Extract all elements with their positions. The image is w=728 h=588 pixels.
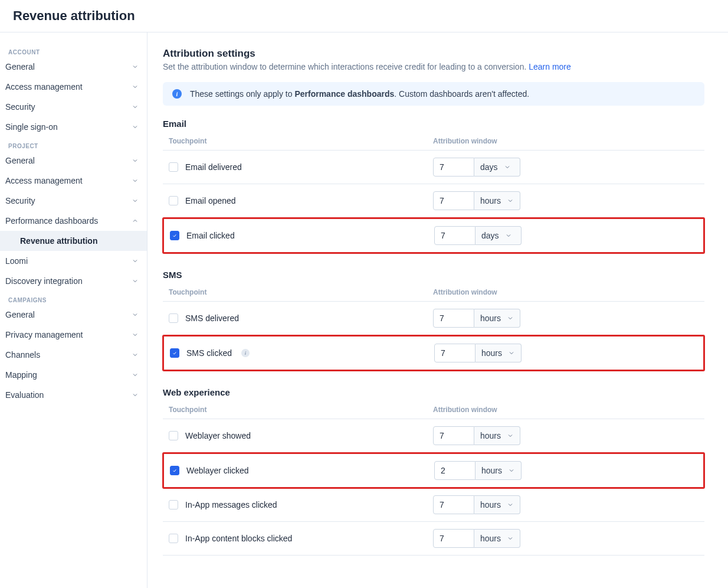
checkbox-email-opened[interactable] [169,196,178,205]
unit-label: hours [480,313,501,323]
window-value-input-in-app-messages-clicked[interactable] [433,495,474,514]
sidebar-item-label: Security [5,102,35,112]
sidebar-item-evaluation[interactable]: Evaluation [0,385,147,405]
chevron-down-icon [507,315,514,322]
chevron-down-icon [507,535,514,542]
window-value-input-sms-clicked[interactable] [434,344,476,362]
window-unit-select-weblayer-clicked[interactable]: hours [476,461,522,480]
unit-label: hours [480,196,501,205]
sidebar-item-performance-dashboards[interactable]: Performance dashboards [0,211,147,231]
window-unit-select-email-delivered[interactable]: days [474,158,520,177]
chevron-up-icon [132,217,139,224]
sidebar: ACCOUNTGeneralAccess managementSecurityS… [0,32,147,588]
sidebar-item-security[interactable]: Security [0,97,147,117]
checkbox-weblayer-clicked[interactable] [170,466,179,475]
unit-label: hours [481,348,502,358]
chevron-down-icon [132,391,139,398]
sidebar-item-label: Evaluation [5,390,44,400]
chevron-down-icon [508,349,515,357]
chevron-down-icon [132,331,139,338]
window-cell: hours [433,309,699,328]
window-cell: hours [433,191,699,210]
chevron-down-icon [132,351,139,358]
window-value-input-in-app-content-blocks-clicked[interactable] [433,529,474,548]
window-value-input-sms-delivered[interactable] [433,309,474,328]
window-cell: hours [433,495,699,514]
sidebar-group-label: ACCOUNT [0,43,147,57]
subtitle: Set the attribution window to determine … [163,62,704,71]
window-unit-select-in-app-content-blocks-clicked[interactable]: hours [474,529,520,548]
chevron-down-icon [507,197,514,204]
section-heading: Email [163,119,704,129]
touchpoint-label: Email delivered [185,162,242,172]
checkbox-weblayer-showed[interactable] [169,431,178,440]
touchpoint-cell: SMS clickedi [170,348,434,358]
col-window: Attribution window [433,137,699,145]
section-heading: Attribution settings [163,48,704,60]
sidebar-item-discovery-integration[interactable]: Discovery integration [0,271,147,291]
learn-more-link[interactable]: Learn more [529,62,571,71]
info-banner: i These settings only apply to Performan… [163,82,704,106]
table-header: TouchpointAttribution window [163,401,704,419]
sidebar-item-channels[interactable]: Channels [0,345,147,365]
window-unit-select-sms-clicked[interactable]: hours [476,344,522,362]
chevron-down-icon [507,501,514,508]
sidebar-subitem-revenue-attribution[interactable]: Revenue attribution [0,231,147,251]
sidebar-item-label: Channels [5,350,40,360]
window-value-input-email-opened[interactable] [433,191,474,210]
sidebar-item-single-sign-on[interactable]: Single sign-on [0,117,147,137]
sidebar-group-label: PROJECT [0,137,147,151]
window-value-input-email-delivered[interactable] [433,158,474,177]
touchpoint-label: Weblayer showed [185,431,251,440]
sidebar-item-general[interactable]: General [0,57,147,77]
touchpoint-label: SMS delivered [185,313,239,323]
unit-label: hours [480,534,501,543]
info-icon[interactable]: i [241,349,250,357]
checkbox-sms-delivered[interactable] [169,313,178,323]
chevron-down-icon [508,467,515,474]
touchpoint-label: Email clicked [186,231,235,240]
sidebar-item-privacy-management[interactable]: Privacy management [0,325,147,345]
window-unit-select-sms-delivered[interactable]: hours [474,309,520,328]
checkbox-email-clicked[interactable] [170,231,179,240]
unit-label: hours [480,500,501,509]
sidebar-item-access-management[interactable]: Access management [0,77,147,97]
window-unit-select-email-clicked[interactable]: days [476,226,522,245]
sidebar-item-access-management[interactable]: Access management [0,171,147,191]
sidebar-item-label: Performance dashboards [5,216,98,226]
chevron-down-icon [132,177,139,184]
chevron-down-icon [132,63,139,70]
sidebar-item-mapping[interactable]: Mapping [0,365,147,385]
section-heading: Web experience [163,387,704,397]
touchpoint-label: Email opened [185,196,236,205]
window-value-input-weblayer-showed[interactable] [433,426,474,445]
page-title: Revenue attribution [0,0,728,32]
window-value-input-weblayer-clicked[interactable] [434,461,476,480]
chevron-down-icon [132,311,139,318]
window-unit-select-in-app-messages-clicked[interactable]: hours [474,495,520,514]
section-heading: SMS [163,270,704,280]
touchpoint-cell: In-App content blocks clicked [169,534,433,543]
window-unit-select-email-opened[interactable]: hours [474,191,520,210]
sidebar-item-general[interactable]: General [0,305,147,325]
window-value-input-email-clicked[interactable] [434,226,476,245]
sidebar-item-loomi[interactable]: Loomi [0,251,147,271]
chevron-down-icon [132,123,139,130]
sidebar-item-label: Single sign-on [5,122,58,132]
checkbox-in-app-messages-clicked[interactable] [169,500,178,509]
chevron-down-icon [507,432,514,439]
table-row-in-app-content-blocks-clicked: In-App content blocks clickedhours [163,522,704,556]
table-header: TouchpointAttribution window [163,283,704,302]
banner-pre: These settings only apply to [190,89,294,99]
checkbox-in-app-content-blocks-clicked[interactable] [169,534,178,543]
table-row-weblayer-showed: Weblayer showedhours [163,419,704,453]
unit-label: days [481,231,499,240]
checkbox-email-delivered[interactable] [169,162,178,172]
window-unit-select-weblayer-showed[interactable]: hours [474,426,520,445]
banner-bold: Performance dashboards [294,89,394,99]
sidebar-item-security[interactable]: Security [0,191,147,211]
chevron-down-icon [132,257,139,264]
checkbox-sms-clicked[interactable] [170,348,179,358]
window-cell: hours [433,529,699,548]
sidebar-item-general[interactable]: General [0,151,147,171]
